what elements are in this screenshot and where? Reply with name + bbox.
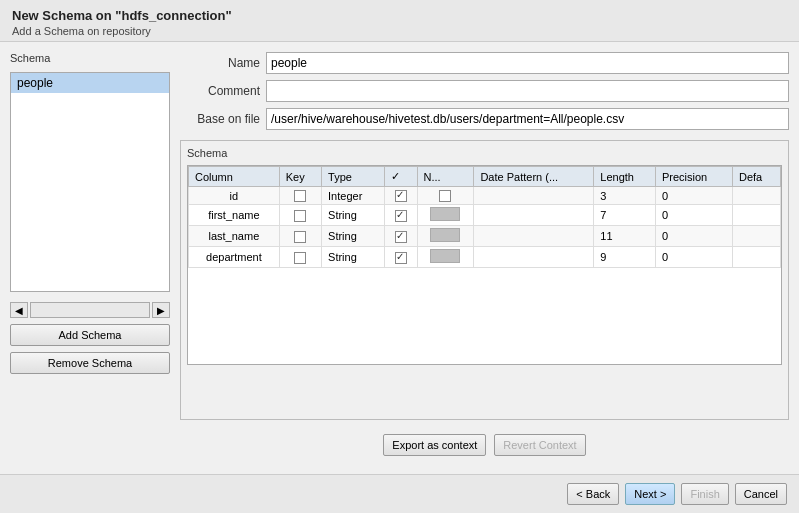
cell-default bbox=[733, 247, 781, 268]
cell-length: 11 bbox=[594, 226, 656, 247]
table-row: id Integer 3 0 bbox=[189, 187, 781, 205]
window-subtitle: Add a Schema on repository bbox=[12, 25, 787, 37]
title-bar: New Schema on "hdfs_connection" Add a Sc… bbox=[0, 0, 799, 42]
cell-date-pattern bbox=[474, 205, 594, 226]
col-header-checked: ✓ bbox=[384, 167, 417, 187]
base-on-file-row: Base on file bbox=[180, 108, 789, 130]
col-header-key: Key bbox=[279, 167, 321, 187]
cell-length: 7 bbox=[594, 205, 656, 226]
cell-date-pattern bbox=[474, 247, 594, 268]
cell-checked[interactable] bbox=[384, 247, 417, 268]
col-header-precision: Precision bbox=[655, 167, 732, 187]
cell-default bbox=[733, 226, 781, 247]
col-header-default: Defa bbox=[733, 167, 781, 187]
cell-precision: 0 bbox=[655, 226, 732, 247]
cell-checked[interactable] bbox=[384, 187, 417, 205]
cell-nullable[interactable] bbox=[417, 226, 474, 247]
cell-checked[interactable] bbox=[384, 205, 417, 226]
cell-type: String bbox=[322, 205, 384, 226]
cell-nullable[interactable] bbox=[417, 205, 474, 226]
col-header-column: Column bbox=[189, 167, 280, 187]
cell-default bbox=[733, 205, 781, 226]
window-title: New Schema on "hdfs_connection" bbox=[12, 8, 787, 23]
back-button[interactable]: < Back bbox=[567, 483, 619, 505]
key-checkbox[interactable] bbox=[294, 252, 306, 264]
table-row: first_name String 7 0 bbox=[189, 205, 781, 226]
name-label: Name bbox=[180, 56, 260, 70]
main-panel: Name Comment Base on file Schema Co bbox=[180, 52, 789, 464]
comment-input[interactable] bbox=[266, 80, 789, 102]
cell-nullable[interactable] bbox=[417, 247, 474, 268]
schema-table: Column Key Type ✓ N... Date Pattern (...… bbox=[188, 166, 781, 268]
export-as-context-button[interactable]: Export as context bbox=[383, 434, 486, 456]
table-header-row: Column Key Type ✓ N... Date Pattern (...… bbox=[189, 167, 781, 187]
col-header-date-pattern: Date Pattern (... bbox=[474, 167, 594, 187]
remove-schema-button[interactable]: Remove Schema bbox=[10, 352, 170, 374]
cell-checked[interactable] bbox=[384, 226, 417, 247]
nullable-box bbox=[430, 249, 460, 263]
schema-section-label: Schema bbox=[187, 147, 782, 159]
sidebar-scroll-bar: ◀ ▶ bbox=[10, 302, 170, 318]
cell-key[interactable] bbox=[279, 187, 321, 205]
checked-checkbox[interactable] bbox=[395, 210, 407, 222]
cell-date-pattern bbox=[474, 226, 594, 247]
scroll-left-btn[interactable]: ◀ bbox=[10, 302, 28, 318]
revert-context-button[interactable]: Revert Context bbox=[494, 434, 585, 456]
schema-table-container[interactable]: Column Key Type ✓ N... Date Pattern (...… bbox=[187, 165, 782, 365]
cell-precision: 0 bbox=[655, 247, 732, 268]
key-checkbox[interactable] bbox=[294, 231, 306, 243]
cell-precision: 0 bbox=[655, 205, 732, 226]
cell-column: id bbox=[189, 187, 280, 205]
comment-row: Comment bbox=[180, 80, 789, 102]
schema-item-people[interactable]: people bbox=[11, 73, 169, 93]
cell-nullable[interactable] bbox=[417, 187, 474, 205]
cell-column: last_name bbox=[189, 226, 280, 247]
context-buttons-row: Export as context Revert Context bbox=[180, 426, 789, 464]
checked-checkbox[interactable] bbox=[395, 231, 407, 243]
add-schema-button[interactable]: Add Schema bbox=[10, 324, 170, 346]
cell-key[interactable] bbox=[279, 247, 321, 268]
next-button[interactable]: Next > bbox=[625, 483, 675, 505]
sidebar-label: Schema bbox=[10, 52, 170, 64]
cell-length: 3 bbox=[594, 187, 656, 205]
key-checkbox[interactable] bbox=[294, 210, 306, 222]
main-window: New Schema on "hdfs_connection" Add a Sc… bbox=[0, 0, 799, 513]
nullable-box bbox=[430, 228, 460, 242]
col-header-length: Length bbox=[594, 167, 656, 187]
cell-length: 9 bbox=[594, 247, 656, 268]
cell-column: first_name bbox=[189, 205, 280, 226]
name-row: Name bbox=[180, 52, 789, 74]
table-row: last_name String 11 0 bbox=[189, 226, 781, 247]
cell-column: department bbox=[189, 247, 280, 268]
cell-precision: 0 bbox=[655, 187, 732, 205]
cell-key[interactable] bbox=[279, 226, 321, 247]
footer: < Back Next > Finish Cancel bbox=[0, 474, 799, 513]
nullable-box bbox=[430, 207, 460, 221]
col-header-type: Type bbox=[322, 167, 384, 187]
finish-button[interactable]: Finish bbox=[681, 483, 728, 505]
schema-list[interactable]: people bbox=[10, 72, 170, 292]
col-header-nullable: N... bbox=[417, 167, 474, 187]
name-input[interactable] bbox=[266, 52, 789, 74]
nullable-checkbox[interactable] bbox=[439, 190, 451, 202]
schema-section: Schema Column Key Type ✓ N... Date Patte… bbox=[180, 140, 789, 420]
content-area: Schema people ◀ ▶ Add Schema Remove Sche… bbox=[0, 42, 799, 474]
cell-key[interactable] bbox=[279, 205, 321, 226]
checked-checkbox[interactable] bbox=[395, 190, 407, 202]
cell-default bbox=[733, 187, 781, 205]
cell-type: Integer bbox=[322, 187, 384, 205]
base-on-file-input[interactable] bbox=[266, 108, 789, 130]
checked-checkbox[interactable] bbox=[395, 252, 407, 264]
comment-label: Comment bbox=[180, 84, 260, 98]
cell-type: String bbox=[322, 226, 384, 247]
key-checkbox[interactable] bbox=[294, 190, 306, 202]
cell-date-pattern bbox=[474, 187, 594, 205]
table-row: department String 9 0 bbox=[189, 247, 781, 268]
scroll-right-btn[interactable]: ▶ bbox=[152, 302, 170, 318]
sidebar: Schema people ◀ ▶ Add Schema Remove Sche… bbox=[10, 52, 170, 464]
cancel-button[interactable]: Cancel bbox=[735, 483, 787, 505]
cell-type: String bbox=[322, 247, 384, 268]
base-on-file-label: Base on file bbox=[180, 112, 260, 126]
scroll-track[interactable] bbox=[30, 302, 150, 318]
